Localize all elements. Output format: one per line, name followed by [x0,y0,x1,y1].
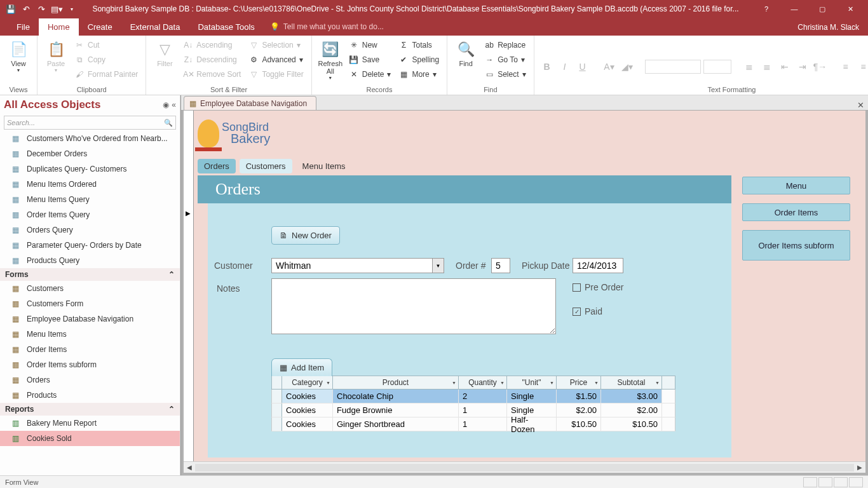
nav-search-input[interactable]: Search... 🔍 [4,116,176,130]
col-unit[interactable]: "Unit"▼ [507,376,557,389]
align-center-button[interactable]: ≡ [856,60,868,74]
cell-price[interactable]: $2.00 [557,403,601,417]
layout-view-button[interactable] [834,477,848,487]
col-subtotal[interactable]: Subtotal▼ [601,376,662,389]
nav-report-item[interactable]: ▥Cookies Sold [0,431,180,446]
orderno-field[interactable]: 5 [491,258,510,273]
new-button[interactable]: ✳New [346,38,394,52]
nav-dropdown-icon[interactable]: ◉ [163,100,169,109]
save-icon[interactable]: 💾 [4,2,18,16]
nav-query-item[interactable]: ▦Customers Who've Ordered from Nearb... [0,131,180,146]
close-button[interactable]: ✕ [836,0,864,18]
numbering-button[interactable]: ≣ [759,60,775,74]
nav-query-item[interactable]: ▦December Orders [0,146,180,161]
datasheet-view-button[interactable] [818,477,832,487]
cut-button[interactable]: ✂Cut [72,38,140,52]
tab-menu-items[interactable]: Menu Items [296,159,352,173]
nav-form-item[interactable]: ▦Customers [0,281,180,296]
nav-form-item[interactable]: ▦Menu Items [0,327,180,342]
cell-unit[interactable]: Single [507,390,557,403]
table-row[interactable]: CookiesChocolate Chip2Single$1.50$3.00 [271,390,675,403]
fill-color-button[interactable]: ◢▾ [620,60,635,74]
nav-form-item[interactable]: ▦Products [0,388,180,403]
save-record-button[interactable]: 💾Save [346,53,394,67]
remove-sort-button[interactable]: A✕Remove Sort [180,67,243,81]
goto-button[interactable]: →Go To ▾ [482,53,528,67]
tab-create[interactable]: Create [79,18,121,36]
maximize-button[interactable]: ▢ [808,0,836,18]
add-item-button[interactable]: ▦Add Item [271,358,332,376]
indent-inc-button[interactable]: ⇥ [795,60,810,74]
underline-button[interactable]: U [575,60,590,74]
col-quantity[interactable]: Quantity▼ [459,376,507,389]
nav-query-item[interactable]: ▦Menu Items Ordered [0,177,180,192]
bold-button[interactable]: B [539,60,555,74]
design-view-button[interactable] [849,477,863,487]
document-tab[interactable]: ▦ Employee Database Navigation [184,96,316,110]
row-selector[interactable] [272,417,282,431]
undo-icon[interactable]: ↶ [19,2,33,16]
col-price[interactable]: Price▼ [557,376,601,389]
scroll-track[interactable] [195,464,854,471]
cell-subtotal[interactable]: $3.00 [601,390,662,403]
redo-icon[interactable]: ↷ [34,2,48,16]
font-color-button[interactable]: A▾ [602,60,617,74]
cell-quantity[interactable]: 1 [459,417,507,431]
nav-forms-header[interactable]: Forms⌃ [0,268,180,281]
copy-button[interactable]: ⧉Copy [72,53,140,67]
nav-header[interactable]: All Access Objects ◉ « [0,95,180,114]
cell-category[interactable]: Cookies [282,403,333,417]
horizontal-scrollbar[interactable]: ◀ ▶ [184,461,865,473]
nav-form-item[interactable]: ▦Customers Form [0,296,180,311]
replace-button[interactable]: abReplace [482,38,528,52]
more-button[interactable]: ▦More ▾ [396,67,442,81]
nav-query-item[interactable]: ▦Order Items Query [0,207,180,222]
customer-combo[interactable]: Whitman ▼ [271,258,444,273]
scroll-right-icon[interactable]: ▶ [854,464,865,471]
tell-me[interactable]: 💡Tell me what you want to do... [264,18,789,36]
col-category[interactable]: Category▼ [282,376,333,389]
qat-customize-icon[interactable]: ▾ [65,2,79,16]
format-painter-button[interactable]: 🖌Format Painter [72,67,140,81]
scroll-left-icon[interactable]: ◀ [184,464,195,471]
record-selector[interactable]: ▶ [184,111,194,473]
ltr-button[interactable]: ¶→ [813,60,828,74]
nav-query-item[interactable]: ▦Menu Items Query [0,192,180,207]
nav-query-item[interactable]: ▦Products Query [0,253,180,268]
nav-collapse-icon[interactable]: « [172,100,176,109]
table-row[interactable]: CookiesFudge Brownie1Single$2.00$2.00 [271,403,675,417]
col-product[interactable]: Product▼ [333,376,459,389]
row-selector[interactable] [272,403,282,417]
align-left-button[interactable]: ≡ [838,60,853,74]
pickup-date-field[interactable]: 12/4/2013 [573,258,623,273]
toggle-filter-button[interactable]: ▽Toggle Filter [246,67,306,81]
order-items-button[interactable]: Order Items [742,203,850,221]
cell-quantity[interactable]: 1 [459,403,507,417]
cell-product[interactable]: Fudge Brownie [333,403,459,417]
advanced-button[interactable]: ⚙Advanced ▾ [246,53,306,67]
customer-value[interactable]: Whitman [271,258,433,273]
paid-checkbox[interactable]: ✓Paid [573,306,602,316]
minimize-button[interactable]: — [780,0,808,18]
spelling-button[interactable]: ✔Spelling [396,53,442,67]
cell-subtotal[interactable]: $10.50 [601,417,662,431]
table-row[interactable]: CookiesGinger Shortbread1Half-Dozen$10.5… [271,417,675,431]
chevron-down-icon[interactable]: ▼ [433,258,444,273]
bullets-button[interactable]: ≣ [742,60,757,74]
nav-query-item[interactable]: ▦Orders Query [0,222,180,238]
db-icon[interactable]: ▤▾ [50,2,64,16]
ascending-button[interactable]: A↓Ascending [180,38,243,52]
form-view-button[interactable] [803,477,817,487]
font-name-select[interactable] [645,60,701,74]
font-size-select[interactable] [703,60,731,74]
order-items-subform-button[interactable]: Order Items subform [742,230,850,261]
tab-database-tools[interactable]: Database Tools [189,18,263,36]
nav-form-item[interactable]: ▦Employee Database Navigation [0,311,180,327]
cell-unit[interactable]: Half-Dozen [507,417,557,431]
cell-price[interactable]: $10.50 [557,417,601,431]
indent-dec-button[interactable]: ⇤ [777,60,792,74]
preorder-checkbox[interactable]: Pre Order [573,282,623,292]
signed-in-user[interactable]: Christina M. Slack [789,19,868,36]
tab-orders[interactable]: Orders [198,159,236,173]
delete-button[interactable]: ✕Delete ▾ [346,67,394,81]
